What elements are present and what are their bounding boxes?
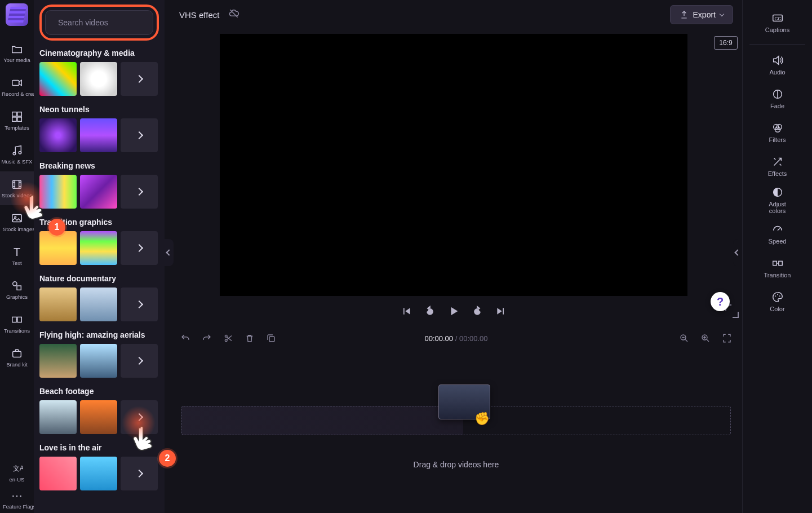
nav-text[interactable]: T Text: [0, 239, 34, 273]
stock-thumb[interactable]: [80, 175, 117, 209]
collapse-right-panel-button[interactable]: [733, 239, 742, 266]
svg-rect-11: [17, 286, 21, 290]
stock-thumb[interactable]: [80, 118, 117, 152]
zoom-in-button[interactable]: [699, 332, 712, 344]
split-button[interactable]: [222, 332, 234, 344]
transitions-icon: [11, 313, 23, 326]
svg-point-6: [19, 151, 21, 154]
duplicate-button[interactable]: [265, 332, 277, 344]
nav-record-create[interactable]: Record & create: [0, 70, 34, 104]
nav-label: en-US: [10, 477, 25, 483]
stock-thumb[interactable]: [39, 457, 77, 490]
nav-locale[interactable]: 文A en-US: [0, 459, 34, 486]
nav-feature-flags[interactable]: ⋯ Feature Flags: [0, 486, 34, 513]
svg-rect-2: [17, 112, 21, 116]
stock-thumb[interactable]: [80, 457, 117, 490]
aspect-ratio-selector[interactable]: 16:9: [714, 36, 738, 50]
nav-your-media[interactable]: Your media: [0, 36, 34, 70]
svg-rect-31: [269, 337, 274, 342]
audio-icon: [771, 54, 784, 67]
filters-icon: [771, 122, 784, 134]
nav-label: Brand kit: [6, 362, 28, 368]
nav-graphics[interactable]: Graphics: [0, 273, 34, 307]
search-videos-box[interactable]: [45, 10, 153, 35]
timecode-current: 00:00.00: [424, 334, 453, 343]
nav-brand-kit[interactable]: Brand kit: [0, 340, 34, 374]
nav-label: Music & SFX: [2, 159, 33, 165]
prop-captions[interactable]: CC Captions: [743, 6, 812, 39]
nav-templates[interactable]: Templates: [0, 104, 34, 138]
category-breaking-news: Breaking news: [39, 161, 159, 209]
delete-button[interactable]: [243, 332, 256, 344]
stock-thumb[interactable]: [80, 400, 117, 434]
rewind-button[interactable]: [423, 304, 437, 318]
cloud-sync-off-icon[interactable]: [228, 8, 239, 22]
project-title[interactable]: VHS effect: [179, 10, 219, 20]
svg-point-5: [13, 152, 16, 155]
svg-rect-14: [13, 351, 21, 357]
svg-text:CC: CC: [774, 16, 781, 21]
prop-label: Transition: [764, 272, 791, 278]
prop-speed[interactable]: Speed: [743, 217, 812, 251]
dots-icon: ⋯: [11, 489, 23, 502]
category-more-button[interactable]: [121, 62, 158, 96]
briefcase-icon: [11, 347, 23, 360]
nav-label: Graphics: [6, 294, 28, 300]
stock-thumb[interactable]: [39, 344, 77, 378]
play-button[interactable]: [447, 304, 460, 318]
skip-end-button[interactable]: [494, 304, 508, 318]
prop-label: Speed: [769, 238, 787, 245]
redo-button[interactable]: [201, 332, 213, 344]
category-more-button[interactable]: [121, 175, 158, 209]
stock-thumb[interactable]: [39, 62, 77, 96]
prop-effects[interactable]: Effects: [743, 149, 812, 183]
stock-thumb[interactable]: [39, 231, 77, 265]
prop-label: Filters: [769, 136, 786, 143]
category-title: Flying high: amazing aerials: [39, 330, 159, 339]
prop-fade[interactable]: Fade: [743, 82, 812, 116]
video-preview[interactable]: [220, 34, 687, 296]
prop-audio[interactable]: Audio: [743, 48, 812, 82]
export-button[interactable]: Export: [670, 5, 733, 24]
stock-thumb[interactable]: [39, 400, 77, 434]
prop-filters[interactable]: Filters: [743, 116, 812, 149]
prop-color[interactable]: Color: [743, 285, 812, 319]
nav-music-sfx[interactable]: Music & SFX: [0, 138, 34, 171]
collapse-media-panel-button[interactable]: [165, 239, 174, 266]
svg-rect-24: [773, 261, 776, 265]
prop-label: Color: [770, 306, 784, 312]
captions-icon: CC: [771, 12, 784, 24]
stock-thumb[interactable]: [80, 231, 117, 265]
music-icon: [11, 144, 23, 157]
nav-transitions[interactable]: Transitions: [0, 307, 34, 340]
transition-icon: [771, 257, 784, 269]
zoom-fit-button[interactable]: [721, 332, 733, 344]
svg-rect-13: [17, 317, 21, 322]
help-button[interactable]: ?: [711, 292, 730, 311]
folder-icon: [11, 43, 23, 55]
stock-thumb[interactable]: [80, 62, 117, 96]
app-logo[interactable]: [6, 3, 28, 26]
stock-thumb[interactable]: [80, 344, 117, 378]
stock-thumb[interactable]: [39, 288, 77, 321]
category-more-button[interactable]: [121, 231, 158, 265]
stock-thumb[interactable]: [80, 288, 117, 321]
export-label: Export: [693, 10, 716, 19]
timeline[interactable]: ✊ Drag & drop videos here: [170, 350, 742, 513]
nav-label: Text: [12, 260, 21, 266]
skip-start-button[interactable]: [400, 304, 413, 318]
category-more-button[interactable]: [121, 118, 158, 152]
prop-adjust-colors[interactable]: Adjust colors: [743, 183, 812, 217]
category-more-button[interactable]: [121, 344, 158, 378]
prop-label: Audio: [769, 69, 785, 76]
category-more-button[interactable]: [121, 288, 158, 321]
timeline-toolbar: 00:00.00 / 00:00.00: [170, 327, 742, 350]
stock-thumb[interactable]: [39, 118, 77, 152]
zoom-out-button[interactable]: [678, 332, 690, 344]
search-input[interactable]: [58, 18, 157, 27]
forward-button[interactable]: [471, 304, 484, 318]
undo-button[interactable]: [179, 332, 192, 344]
search-highlight-annotation: [39, 5, 159, 41]
right-properties-rail: CC Captions Audio Fade Filters Effects A…: [742, 0, 812, 513]
prop-transition[interactable]: Transition: [743, 251, 812, 285]
